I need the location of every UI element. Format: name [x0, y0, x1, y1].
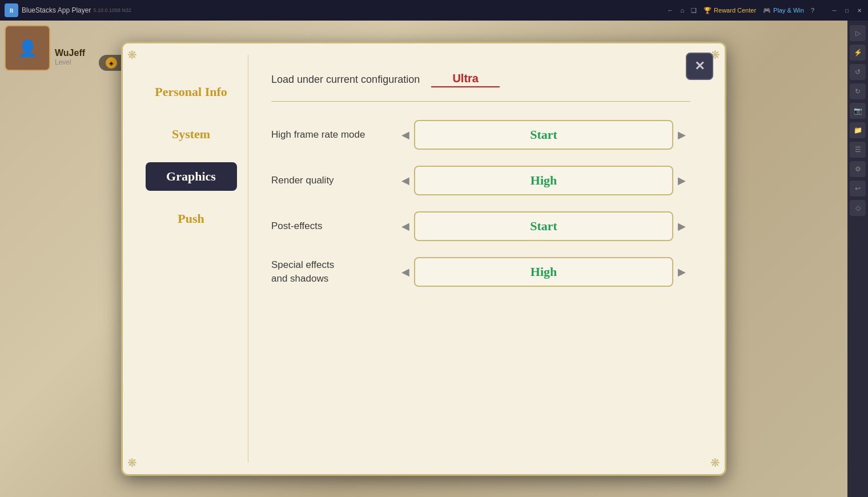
special-effects-box: High — [414, 257, 673, 287]
special-effects-left-arrow[interactable]: ◀ — [397, 266, 414, 278]
render-quality-control: ◀ High ▶ — [397, 166, 690, 195]
nav-item-graphics[interactable]: Graphics — [146, 162, 237, 191]
sidebar-icon-8[interactable]: ⚙ — [850, 161, 866, 177]
minimize-btn[interactable]: ─ — [830, 6, 838, 14]
graphics-content: Load under current configuration Ultra H… — [248, 55, 713, 463]
close-icon: ✕ — [694, 59, 705, 74]
post-effects-control: ◀ Start ▶ — [397, 211, 690, 241]
render-quality-left-arrow[interactable]: ◀ — [397, 174, 414, 187]
high-frame-rate-value: Start — [530, 127, 557, 142]
close-modal-button[interactable]: ✕ — [686, 53, 713, 80]
post-effects-left-arrow[interactable]: ◀ — [397, 220, 414, 233]
render-quality-label: Render quality — [271, 174, 397, 187]
post-effects-right-arrow[interactable]: ▶ — [673, 220, 690, 233]
special-effects-value: High — [531, 264, 557, 279]
sidebar-icon-1[interactable]: ▷ — [850, 25, 866, 41]
high-frame-rate-box: Start — [414, 120, 673, 150]
close-window-btn[interactable]: ✕ — [855, 6, 863, 14]
play-win-label: Play & Win — [773, 7, 804, 14]
sidebar-icon-6[interactable]: 📁 — [850, 122, 866, 138]
modal-overlay: ❋ ❋ ✕ Personal Info System Graphics — [0, 21, 847, 497]
render-quality-box: High — [414, 166, 673, 195]
load-config-value: Ultra — [431, 72, 500, 87]
post-effects-box: Start — [414, 211, 673, 241]
nav-copy-btn[interactable]: ❑ — [691, 7, 697, 14]
modal-body: Personal Info System Graphics Push — [123, 43, 725, 474]
high-frame-rate-control: ◀ Start ▶ — [397, 120, 690, 150]
special-effects-right-arrow[interactable]: ▶ — [673, 266, 690, 278]
play-win-icon: 🎮 — [763, 7, 771, 14]
nav-back-btn[interactable]: ← — [667, 7, 673, 14]
right-sidebar: ▷ ⚡ ↺ ↻ 📷 📁 ☰ ⚙ ↩ ◇ — [847, 21, 868, 497]
nav-home-icon: ⌂ — [680, 7, 684, 14]
post-effects-label: Post-effects — [271, 219, 397, 233]
reward-center-btn[interactable]: 🏆 Reward Center — [704, 7, 756, 14]
setting-row-render-quality: Render quality ◀ High ▶ — [271, 166, 690, 195]
render-quality-value: High — [531, 173, 557, 188]
app-version: 5.10.0.1058 N32 — [93, 7, 131, 13]
setting-row-post-effects: Post-effects ◀ Start ▶ — [271, 211, 690, 241]
load-config-label: Load under current configuration — [271, 74, 420, 86]
app-logo: B — [5, 3, 18, 17]
settings-modal: ❋ ❋ ✕ Personal Info System Graphics — [121, 42, 726, 476]
play-win-btn[interactable]: 🎮 Play & Win — [763, 7, 804, 14]
sidebar-icon-4[interactable]: ↻ — [850, 83, 866, 99]
high-frame-rate-label: High frame rate mode — [271, 128, 397, 142]
help-btn[interactable]: ? — [811, 7, 814, 14]
left-navigation: Personal Info System Graphics Push — [134, 55, 248, 463]
titlebar: B BlueStacks App Player 5.10.0.1058 N32 … — [0, 0, 868, 21]
app-name: BlueStacks App Player — [22, 6, 91, 14]
nav-personal-info-label: Personal Info — [155, 85, 227, 99]
nav-copy-icon: ❑ — [691, 7, 697, 14]
high-frame-rate-right-arrow[interactable]: ▶ — [673, 129, 690, 141]
high-frame-rate-left-arrow[interactable]: ◀ — [397, 129, 414, 141]
sidebar-icon-9[interactable]: ↩ — [850, 181, 866, 197]
setting-row-special-effects: Special effectsand shadows ◀ High ▶ — [271, 257, 690, 287]
nav-system-label: System — [172, 127, 210, 141]
setting-row-high-frame-rate: High frame rate mode ◀ Start ▶ — [271, 120, 690, 150]
sidebar-icon-7[interactable]: ☰ — [850, 142, 866, 158]
nav-back-icon: ← — [667, 7, 673, 14]
nav-item-system[interactable]: System — [146, 120, 237, 149]
special-effects-control: ◀ High ▶ — [397, 257, 690, 287]
nav-graphics-label: Graphics — [166, 169, 216, 183]
help-icon: ? — [811, 7, 814, 14]
nav-push-label: Push — [178, 211, 204, 226]
nav-item-personal-info[interactable]: Personal Info — [146, 78, 237, 106]
window-controls: ─ □ ✕ — [830, 6, 863, 14]
game-background: 👤 WuJeff Level ◈ 26873 + ◎ 2040 + ❋ ❋ — [0, 21, 868, 497]
post-effects-value: Start — [530, 219, 557, 234]
reward-icon: 🏆 — [704, 7, 712, 14]
load-config-section: Load under current configuration Ultra — [271, 72, 690, 87]
titlebar-controls: ← ⌂ ❑ 🏆 Reward Center 🎮 Play & Win ? ─ □… — [667, 6, 863, 14]
section-divider — [271, 101, 690, 102]
nav-item-push[interactable]: Push — [146, 205, 237, 233]
maximize-btn[interactable]: □ — [843, 6, 851, 14]
nav-home-btn[interactable]: ⌂ — [680, 7, 684, 14]
special-effects-label: Special effectsand shadows — [271, 258, 397, 286]
reward-label: Reward Center — [714, 7, 756, 14]
corner-decoration-bl: ❋ — [127, 456, 137, 470]
render-quality-right-arrow[interactable]: ▶ — [673, 174, 690, 187]
sidebar-icon-2[interactable]: ⚡ — [850, 45, 866, 61]
sidebar-icon-3[interactable]: ↺ — [850, 64, 866, 80]
sidebar-icon-10[interactable]: ◇ — [850, 200, 866, 216]
sidebar-icon-5[interactable]: 📷 — [850, 103, 866, 119]
